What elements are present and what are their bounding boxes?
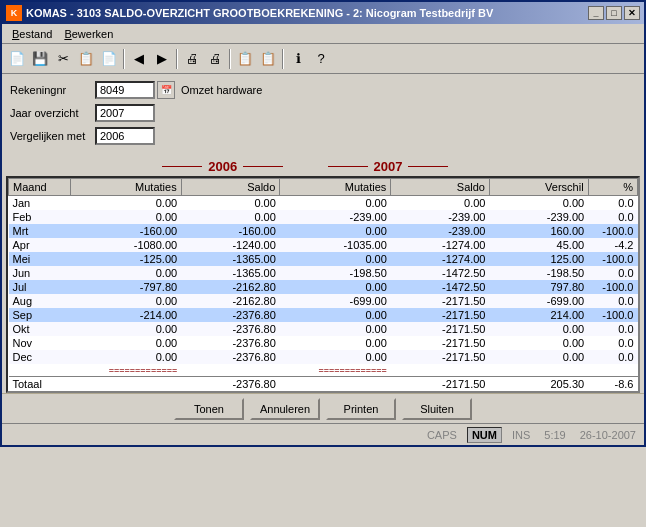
close-button[interactable]: ✕ [624, 6, 640, 20]
info-button[interactable]: ℹ [287, 48, 309, 70]
maximize-button[interactable]: □ [606, 6, 622, 20]
table-cell: 125.00 [489, 252, 588, 266]
col-maand: Maand [9, 179, 71, 196]
table-cell: Jun [9, 266, 71, 280]
table-cell: 214.00 [489, 308, 588, 322]
vergelijken-met-input[interactable] [95, 127, 155, 145]
table-cell: -100.0 [588, 308, 637, 322]
date-display: 26-10-2007 [576, 428, 640, 442]
table-cell: -239.00 [391, 224, 490, 238]
table-cell: Nov [9, 336, 71, 350]
paste2-button[interactable]: 📋 [257, 48, 279, 70]
table-cell: -198.50 [489, 266, 588, 280]
equals-cell [391, 364, 490, 377]
app-icon: K [6, 5, 22, 21]
new-button[interactable]: 📄 [6, 48, 28, 70]
table-cell: -160.00 [181, 224, 280, 238]
table-cell: Aug [9, 294, 71, 308]
table-cell: 0.00 [280, 322, 391, 336]
table-cell: -2162.80 [181, 280, 280, 294]
forward-button[interactable]: ▶ [151, 48, 173, 70]
sluiten-button[interactable]: Sluiten [402, 398, 472, 420]
table-cell: -1365.00 [181, 266, 280, 280]
table-cell: Mei [9, 252, 71, 266]
toolbar-sep-4 [282, 49, 284, 69]
vergelijken-met-row: Vergelijken met [10, 126, 636, 146]
print-button[interactable]: 🖨 [181, 48, 203, 70]
table-cell: -2162.80 [181, 294, 280, 308]
table-cell: -1080.00 [70, 238, 181, 252]
table-cell: 0.00 [181, 210, 280, 224]
copy-button[interactable]: 📋 [75, 48, 97, 70]
table-cell: -2171.50 [391, 336, 490, 350]
table-cell: 0.00 [280, 280, 391, 294]
cut-button[interactable]: ✂ [52, 48, 74, 70]
table-cell: 0.0 [588, 266, 637, 280]
menu-bewerken[interactable]: Bewerken [58, 26, 119, 42]
save-button[interactable]: 💾 [29, 48, 51, 70]
menu-bar: Bestand Bewerken [2, 24, 644, 44]
table-cell: -198.50 [280, 266, 391, 280]
table-cell: 0.00 [280, 336, 391, 350]
col-pct: % [588, 179, 637, 196]
rekeningnr-input[interactable] [95, 81, 155, 99]
table-cell: 0.0 [588, 196, 637, 211]
table-cell: -797.80 [70, 280, 181, 294]
title-bar: K KOMAS - 3103 SALDO-OVERZICHT GROOTBOEK… [2, 2, 644, 24]
table-cell: -239.00 [489, 210, 588, 224]
table-cell: 0.00 [489, 322, 588, 336]
caps-indicator: CAPS [423, 428, 461, 442]
annuleren-button[interactable]: Annuleren [250, 398, 320, 420]
total-cell: 205.30 [489, 377, 588, 392]
table-row: Jun0.00-1365.00-198.50-1472.50-198.500.0 [9, 266, 638, 280]
year-2007: 2007 [328, 159, 449, 174]
total-cell: -2171.50 [391, 377, 490, 392]
year-2006-label: 2006 [208, 159, 237, 174]
table-cell: -100.0 [588, 280, 637, 294]
table-cell: -125.00 [70, 252, 181, 266]
table-cell: -239.00 [391, 210, 490, 224]
printen-button[interactable]: Printen [326, 398, 396, 420]
table-cell: Apr [9, 238, 71, 252]
table-cell: -100.0 [588, 224, 637, 238]
table-row: Jul-797.80-2162.800.00-1472.50797.80-100… [9, 280, 638, 294]
table-cell: Jan [9, 196, 71, 211]
year-header-row: 2006 2007 [2, 155, 644, 176]
paste-button[interactable]: 📄 [98, 48, 120, 70]
equals-cell [9, 364, 71, 377]
form-area: Rekeningnr 📅 Omzet hardware Jaar overzic… [2, 74, 644, 155]
help-button[interactable]: ? [310, 48, 332, 70]
copy2-button[interactable]: 📋 [234, 48, 256, 70]
total-cell [280, 377, 391, 392]
table-cell: -2171.50 [391, 294, 490, 308]
year-2007-header: 2007 [305, 159, 470, 174]
table-cell: 797.80 [489, 280, 588, 294]
menu-bestand[interactable]: Bestand [6, 26, 58, 42]
table-cell: 0.00 [70, 350, 181, 364]
print2-button[interactable]: 🖨 [204, 48, 226, 70]
table-cell: -2376.80 [181, 308, 280, 322]
year-2006: 2006 [162, 159, 283, 174]
back-button[interactable]: ◀ [128, 48, 150, 70]
table-cell: 0.00 [280, 196, 391, 211]
table-cell: -699.00 [489, 294, 588, 308]
table-row: Okt0.00-2376.800.00-2171.500.000.0 [9, 322, 638, 336]
jaar-overzicht-input[interactable] [95, 104, 155, 122]
table-cell: 160.00 [489, 224, 588, 238]
table-cell: 0.00 [489, 336, 588, 350]
equals-cell [588, 364, 637, 377]
minimize-button[interactable]: _ [588, 6, 604, 20]
year-2006-line-right [243, 166, 283, 167]
vergelijken-met-label: Vergelijken met [10, 130, 95, 142]
table-cell: 0.0 [588, 322, 637, 336]
col-saldo-06: Saldo [181, 179, 280, 196]
table-cell: 0.0 [588, 336, 637, 350]
table-row: Mrt-160.00-160.000.00-239.00160.00-100.0 [9, 224, 638, 238]
calendar-button[interactable]: 📅 [157, 81, 175, 99]
col-mutaties-06: Mutaties [70, 179, 181, 196]
tonen-button[interactable]: Tonen [174, 398, 244, 420]
year-2006-header: 2006 [140, 159, 305, 174]
total-cell: -2376.80 [181, 377, 280, 392]
equals-row: ========================== [9, 364, 638, 377]
table-cell: -239.00 [280, 210, 391, 224]
